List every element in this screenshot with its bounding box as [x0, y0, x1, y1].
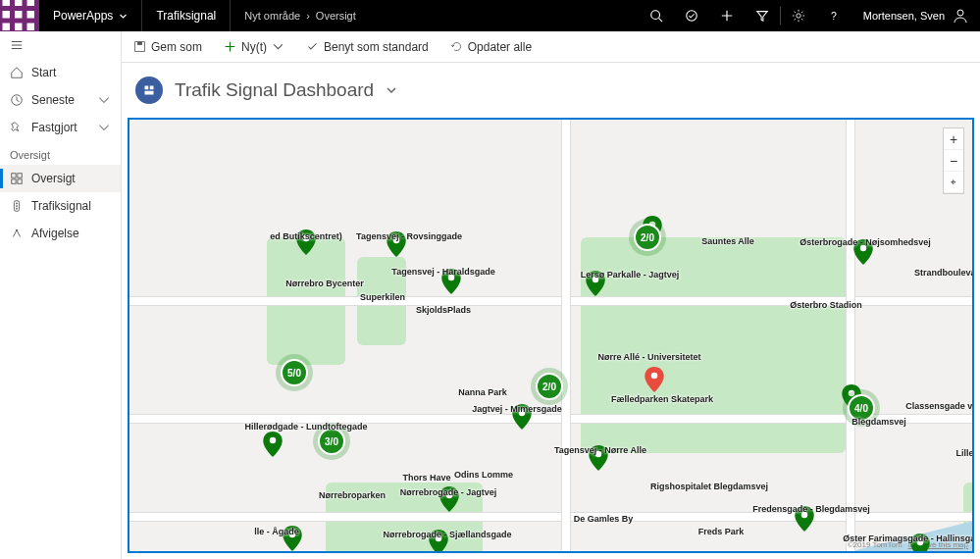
map-label: Tagensvej - Rovsinggade: [356, 231, 462, 241]
breadcrumb-2[interactable]: Oversigt: [316, 10, 356, 22]
svg-rect-28: [150, 86, 154, 90]
map-cluster[interactable]: 2/0: [536, 373, 563, 400]
svg-point-11: [687, 11, 697, 22]
sidebar-section-head: Oversigt: [0, 141, 121, 165]
cmd-new[interactable]: Ny(t): [220, 38, 288, 56]
map-zoom-controls: + − ⌖: [943, 127, 964, 194]
svg-rect-3: [3, 11, 11, 19]
svg-rect-26: [137, 42, 142, 45]
zoom-in-button[interactable]: +: [944, 128, 963, 150]
pin-icon: [10, 121, 24, 134]
brand-label[interactable]: PowerApps: [39, 9, 141, 23]
sidebar-item-pinned[interactable]: Fastgjort: [0, 114, 121, 141]
map-label: Fælledparken Skatepark: [611, 394, 713, 404]
map-label: Tagensvej - Nørre Alle: [554, 445, 646, 455]
svg-rect-4: [15, 11, 23, 19]
svg-point-24: [16, 229, 18, 231]
waffle-icon[interactable]: [0, 0, 39, 31]
user-name: Mortensen, Sven: [863, 10, 945, 22]
map-label: Rigshospitalet Blegdamsvej: [650, 482, 768, 491]
sidebar-item-recent[interactable]: Seneste: [0, 86, 121, 114]
page-title: Trafik Signal Dashboard: [175, 79, 374, 101]
command-bar: Gem som Ny(t) Benyt som standard Opdater…: [122, 31, 980, 63]
map-label: Garnisons Kirkegård: [971, 509, 974, 519]
user-menu[interactable]: Mortensen, Sven: [851, 8, 980, 24]
home-icon: [10, 66, 24, 79]
map-label: Classensgade ved nummer 50 - fodgængerfe…: [905, 401, 974, 411]
chevron-down-icon: [97, 121, 111, 134]
chevron-down-icon[interactable]: [386, 84, 397, 96]
map-label: Thors Have: [402, 473, 450, 483]
map-label: Øster Farimagsgade - Hallinsgade: [843, 534, 974, 543]
map-label: Freds Park: [698, 527, 745, 536]
svg-point-14: [957, 10, 963, 16]
dashboard-avatar-icon: [135, 76, 163, 104]
help-icon[interactable]: ?: [816, 0, 851, 31]
zoom-out-button[interactable]: −: [944, 150, 963, 172]
map-label: Odins Lomme: [454, 470, 513, 480]
map-label: Nørrebro Bycenter: [285, 279, 364, 288]
chevron-down-icon: [119, 12, 128, 21]
page-title-row: Trafik Signal Dashboard: [122, 63, 980, 118]
map-cluster[interactable]: 2/0: [634, 224, 661, 251]
svg-rect-29: [145, 91, 154, 95]
svg-point-21: [16, 203, 18, 205]
map-pin[interactable]: [263, 432, 283, 457]
svg-rect-8: [27, 24, 35, 31]
filter-icon[interactable]: [745, 0, 780, 31]
cmd-save-as[interactable]: Gem som: [129, 38, 206, 56]
svg-point-38: [270, 437, 277, 444]
map-label: lle - Ågade: [254, 527, 299, 536]
chevron-down-icon: [272, 40, 284, 53]
svg-rect-5: [27, 11, 35, 19]
plus-icon[interactable]: [709, 0, 745, 31]
locate-button[interactable]: ⌖: [944, 172, 963, 193]
map-label: Lersø Parkalle - Jagtvej: [581, 270, 680, 280]
brand-text: PowerApps: [53, 9, 113, 23]
sidebar-item-trafiksignal[interactable]: Trafiksignal: [0, 192, 121, 220]
svg-rect-0: [3, 0, 11, 6]
svg-rect-19: [18, 179, 22, 183]
breadcrumb: Nyt område › Oversigt: [230, 0, 370, 31]
plus-icon: [224, 40, 236, 53]
gear-icon[interactable]: [781, 0, 816, 31]
map-label: Hillerødgade - Lundtoftegade: [245, 422, 368, 432]
map-cluster[interactable]: 5/0: [281, 359, 308, 386]
svg-rect-18: [12, 179, 16, 183]
task-icon[interactable]: [674, 0, 709, 31]
map-label: Strandboulevard - Nordre Frihavnsgade: [914, 268, 974, 278]
sidebar: Start Seneste Fastgjort Oversigt Oversig…: [0, 31, 122, 559]
sidebar-item-start[interactable]: Start: [0, 59, 121, 86]
map-label: Nørre Allé - Universitetet: [597, 352, 700, 362]
hamburger-icon[interactable]: [0, 31, 121, 59]
map-label: Fredensgade - Blegdamsvej: [752, 504, 870, 514]
deviation-icon: [10, 227, 24, 240]
breadcrumb-1[interactable]: Nyt område: [244, 10, 300, 22]
map-cluster[interactable]: 3/0: [318, 428, 345, 455]
svg-point-12: [797, 14, 800, 18]
map-label: Østerbrogade - Nøjsomhedsvej: [799, 237, 931, 247]
map-label: Østerbro Stadion: [790, 300, 862, 310]
map-label: SkjoldsPlads: [416, 305, 471, 315]
map-label: Lille Triangel: [955, 448, 974, 458]
svg-text:?: ?: [831, 10, 837, 22]
svg-rect-2: [27, 0, 35, 6]
top-bar: PowerApps Trafiksignal Nyt område › Over…: [0, 0, 980, 31]
svg-rect-16: [12, 174, 16, 178]
sidebar-item-afvigelse[interactable]: Afvigelse: [0, 220, 121, 247]
search-icon[interactable]: [639, 0, 674, 31]
dashboard-icon: [10, 172, 24, 185]
map-canvas[interactable]: + − ⌖ ©2019 TomTom Improve this map 2/02…: [128, 118, 974, 553]
svg-point-23: [16, 208, 18, 210]
map-label: ed Butikscentret): [270, 231, 342, 241]
svg-rect-6: [3, 24, 11, 31]
sidebar-item-oversigt[interactable]: Oversigt: [0, 165, 121, 192]
map-pin[interactable]: [645, 367, 664, 392]
svg-rect-17: [18, 174, 22, 178]
app-name[interactable]: Trafiksignal: [141, 0, 230, 31]
map-label: De Gamles By: [574, 514, 634, 524]
cmd-default[interactable]: Benyt som standard: [302, 38, 433, 56]
cmd-refresh[interactable]: Opdater alle: [446, 38, 536, 56]
user-icon: [953, 8, 968, 24]
svg-point-9: [651, 11, 660, 20]
